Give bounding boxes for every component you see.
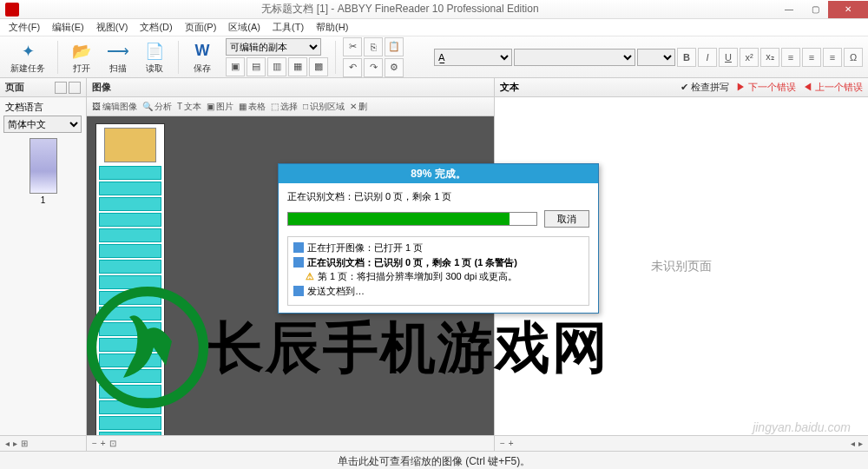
font-family-select[interactable] <box>514 49 635 66</box>
send-icon <box>293 286 304 296</box>
read-label: 读取 <box>146 63 163 75</box>
view-mode-icon[interactable] <box>55 82 67 94</box>
cancel-button[interactable]: 取消 <box>544 210 589 228</box>
spellcheck-button[interactable]: ✔ 检查拼写 <box>681 81 729 94</box>
options-button[interactable]: ⚙ <box>385 58 404 77</box>
menu-area[interactable]: 区域(A) <box>223 19 266 36</box>
table-area-button[interactable]: ▦ 表格 <box>239 101 266 113</box>
bold-button[interactable]: B <box>677 48 696 67</box>
status-bar: 单击此处可查看缩放的图像 (Ctrl 键+F5)。 <box>0 452 868 469</box>
scan-button[interactable]: ⟶扫描 <box>102 38 135 76</box>
lang-select[interactable]: 简体中文 <box>3 116 82 133</box>
font-size-select[interactable] <box>637 49 675 66</box>
text-zoom-out[interactable]: − <box>500 439 505 448</box>
redo-button[interactable]: ↷ <box>364 58 383 77</box>
progress-bar <box>287 212 537 226</box>
thumb-tool-3[interactable]: ⊞ <box>21 439 28 448</box>
dialog-title: 89% 完成。 <box>279 164 598 183</box>
align-left-button[interactable]: ≡ <box>781 48 800 67</box>
charmap-button[interactable]: Ω <box>844 48 863 67</box>
document-page <box>95 123 165 435</box>
paste-button[interactable]: 📋 <box>385 37 404 56</box>
close-button[interactable]: ✕ <box>828 1 868 18</box>
fit-icon[interactable]: ⊡ <box>109 439 116 448</box>
warning-icon: ⚠ <box>306 269 314 284</box>
subscript-button[interactable]: x₂ <box>760 48 779 67</box>
zoom-in-icon[interactable]: + <box>101 439 106 448</box>
layout-btn-2[interactable]: ▤ <box>247 57 266 76</box>
zoom-out-icon[interactable]: − <box>92 439 97 448</box>
save-label: 保存 <box>194 63 211 75</box>
read-icon: 📄 <box>143 40 166 63</box>
doc-image-block <box>104 128 156 162</box>
window-title: 无标题文档 [1] - ABBYY FineReader 10 Professi… <box>24 2 776 17</box>
maximize-button[interactable]: ▢ <box>802 1 828 18</box>
app-icon <box>5 3 19 17</box>
sort-icon[interactable] <box>69 82 81 94</box>
delete-area-button[interactable]: ✕ 删 <box>350 101 367 113</box>
image-header: 图像 <box>92 81 111 94</box>
layout-btn-3[interactable]: ▥ <box>267 57 286 76</box>
star-icon: ✦ <box>16 40 39 63</box>
menu-help[interactable]: 帮助(H) <box>311 19 353 36</box>
align-center-button[interactable]: ≡ <box>802 48 821 67</box>
menu-file[interactable]: 文件(F) <box>3 19 45 36</box>
progress-dialog: 89% 完成。 正在识别文档：已识别 0 页，剩余 1 页 取消 正在打开图像：… <box>278 163 599 314</box>
open-label: 打开 <box>73 63 90 75</box>
doc-icon <box>293 257 304 268</box>
log-line-1: 正在打开图像：已打开 1 页 <box>307 241 423 255</box>
underline-button[interactable]: U <box>719 48 738 67</box>
select-button[interactable]: ⬚ 选择 <box>271 101 298 113</box>
dialog-log: 正在打开图像：已打开 1 页 正在识别文档：已识别 0 页，剩余 1 页 (1 … <box>287 236 589 306</box>
save-button[interactable]: W保存 <box>186 38 219 76</box>
next-error-button[interactable]: ▶ 下一个错误 <box>736 81 796 94</box>
text-header: 文本 <box>500 81 519 94</box>
doc-icon <box>293 242 304 253</box>
align-right-button[interactable]: ≡ <box>823 48 842 67</box>
superscript-button[interactable]: x² <box>740 48 759 67</box>
layout-btn-5[interactable]: ▩ <box>309 57 328 76</box>
minimize-button[interactable]: — <box>776 1 802 18</box>
menu-tools[interactable]: 工具(T) <box>267 19 309 36</box>
text-zoom-in[interactable]: + <box>509 439 514 448</box>
newtask-label: 新建任务 <box>10 63 45 75</box>
scanner-icon: ⟶ <box>107 40 129 63</box>
open-button[interactable]: 📂打开 <box>65 38 98 76</box>
log-line-4: 发送文档到… <box>307 284 365 299</box>
italic-button[interactable]: I <box>698 48 717 67</box>
newtask-button[interactable]: ✦新建任务 <box>5 38 50 76</box>
menu-page[interactable]: 页面(P) <box>180 19 222 36</box>
prev-error-button[interactable]: ◀ 上一个错误 <box>803 81 863 94</box>
page-number: 1 <box>41 195 46 205</box>
recognize-area-button[interactable]: □ 识别区域 <box>303 101 345 113</box>
log-line-3: 第 1 页：将扫描分辨率增加到 300 dpi 或更高。 <box>318 269 517 284</box>
thumb-tool-1[interactable]: ◂ <box>5 439 10 448</box>
pic-area-button[interactable]: ▣ 图片 <box>207 101 233 113</box>
dialog-status: 正在识别文档：已识别 0 页，剩余 1 页 <box>287 190 589 203</box>
main-toolbar: ✦新建任务 📂打开 ⟶扫描 📄读取 W保存 可编辑的副本 ▣ ▤ ▥ ▦ ▩ ✂… <box>0 36 868 78</box>
menu-document[interactable]: 文档(D) <box>135 19 177 36</box>
thumb-tool-2[interactable]: ▸ <box>13 439 17 448</box>
pages-header: 页面 <box>5 81 24 94</box>
layout-btn-1[interactable]: ▣ <box>226 57 245 76</box>
layout-select[interactable]: 可编辑的副本 <box>226 38 321 56</box>
lang-label: 文档语言 <box>0 97 86 116</box>
analyze-button[interactable]: 🔍 分析 <box>142 101 172 113</box>
text-area-button[interactable]: T 文本 <box>177 101 201 113</box>
text-nav-right[interactable]: ▸ <box>858 439 863 448</box>
folder-icon: 📂 <box>70 40 93 63</box>
menu-edit[interactable]: 编辑(E) <box>47 19 89 36</box>
menu-view[interactable]: 视图(V) <box>91 19 134 36</box>
cut-button[interactable]: ✂ <box>343 37 362 56</box>
copy-button[interactable]: ⎘ <box>364 37 383 56</box>
page-thumbnail[interactable] <box>30 138 57 194</box>
text-nav-left[interactable]: ◂ <box>851 439 855 448</box>
edit-image-button[interactable]: 🖼 编辑图像 <box>92 101 137 113</box>
menu-bar: 文件(F) 编辑(E) 视图(V) 文档(D) 页面(P) 区域(A) 工具(T… <box>0 19 868 36</box>
layout-btn-4[interactable]: ▦ <box>288 57 307 76</box>
undo-button[interactable]: ↶ <box>343 58 362 77</box>
log-line-2: 正在识别文档：已识别 0 页，剩余 1 页 (1 条警告) <box>307 255 517 270</box>
font-style-select[interactable]: A̲ <box>434 49 512 66</box>
read-button[interactable]: 📄读取 <box>138 38 171 76</box>
watermark-baidu: jingyan.baidu.com <box>753 420 851 434</box>
